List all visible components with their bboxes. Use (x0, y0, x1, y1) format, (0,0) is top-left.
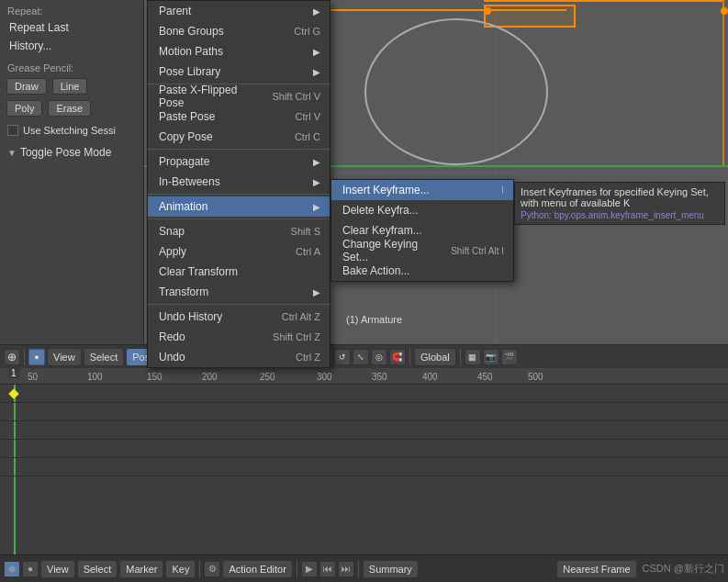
line-btn[interactable]: Line (52, 78, 88, 95)
render-icon[interactable]: 🎬 (501, 349, 518, 365)
pose-library-arrow-icon: ▶ (313, 67, 320, 77)
toggle-pose-mode-row: ▼ Toggle Pose Mode (0, 143, 143, 162)
paste-pose-shortcut: Ctrl V (296, 111, 321, 122)
status-select-btn[interactable]: Select (77, 560, 118, 578)
play-icon[interactable]: ▶ (301, 561, 318, 577)
action-editor-icon[interactable]: ⚙ (204, 561, 220, 577)
nearest-frame-btn[interactable]: Nearest Frame (556, 560, 636, 578)
ruler-tick-450: 450 (477, 372, 493, 382)
global-btn[interactable]: Global (414, 348, 456, 366)
action-editor-btn[interactable]: Action Editor (222, 560, 292, 578)
transform-arrow-icon: ▶ (313, 287, 320, 297)
menu-item-undo[interactable]: Undo Ctrl Z (148, 347, 330, 367)
bake-action-label: Bake Action... (342, 264, 504, 277)
camera-icon[interactable]: 📷 (483, 349, 499, 365)
view-sphere-icon[interactable]: ● (28, 349, 45, 365)
timeline-track-5 (0, 458, 728, 476)
menu-item-transform[interactable]: Transform ▶ (148, 282, 330, 302)
menu-item-paste-pose[interactable]: Paste Pose Ctrl V (148, 106, 330, 127)
status-view-btn[interactable]: View (40, 560, 75, 578)
snap-icon[interactable]: 🧲 (389, 349, 406, 365)
menu-item-pose-library[interactable]: Pose Library ▶ (148, 62, 330, 82)
menu-item-propagate[interactable]: Propagate ▶ (148, 151, 330, 172)
submenu-delete-keyframe[interactable]: Delete Keyfra... (331, 200, 513, 220)
parent-arrow-icon: ▶ (313, 6, 320, 17)
erase-btn[interactable]: Erase (48, 100, 91, 117)
watermark: CSDN @新行之门 (643, 562, 724, 576)
menu-item-bone-groups[interactable]: Bone Groups Ctrl G (148, 21, 330, 41)
undo-label: Undo (159, 351, 277, 364)
menu-item-motion-paths[interactable]: Motion Paths ▶ (148, 41, 330, 62)
timeline-content: 1 (0, 385, 728, 554)
draw-btn[interactable]: Draw (6, 78, 47, 95)
timeline-track-3 (0, 421, 728, 440)
pose-context-menu: Parent ▶ Bone Groups Ctrl G Motion Paths… (147, 0, 330, 368)
armature-label: (1) Armature (346, 314, 402, 325)
play-prev-icon[interactable]: ⏮ (319, 561, 336, 577)
poly-btn[interactable]: Poly (6, 100, 42, 117)
propagate-arrow-icon: ▶ (313, 157, 320, 167)
toolbar-sep-5 (460, 349, 461, 365)
snap-label: Snap (159, 225, 273, 238)
summary-btn[interactable]: Summary (363, 560, 419, 578)
separator-2 (148, 149, 330, 150)
menu-item-undo-history[interactable]: Undo History Ctrl Alt Z (148, 307, 330, 327)
ruler-tick-400: 400 (422, 372, 438, 382)
status-sep-2 (297, 561, 297, 577)
snap-shortcut: Shift S (291, 226, 320, 237)
change-keying-set-label: Change Keying Set... (342, 238, 432, 263)
play-next-icon[interactable]: ⏭ (338, 561, 354, 577)
repeat-last-btn[interactable]: Repeat Last (0, 18, 143, 37)
view-btn[interactable]: View (47, 348, 82, 366)
menu-item-parent[interactable]: Parent ▶ (148, 1, 330, 21)
toolbar-sep-1 (24, 349, 25, 365)
menu-item-apply[interactable]: Apply Ctrl A (148, 241, 330, 262)
menu-item-redo[interactable]: Redo Shift Ctrl Z (148, 327, 330, 347)
toggle-pose-mode-label[interactable]: Toggle Pose Mode (20, 146, 111, 159)
animation-label: Animation (159, 200, 309, 213)
timeline-track-4 (0, 440, 728, 458)
pivot-icon[interactable]: ◎ (371, 349, 387, 365)
submenu-change-keying-set[interactable]: Change Keying Set... Shift Ctrl Alt I (331, 241, 513, 261)
apply-label: Apply (159, 245, 277, 258)
transform-label: Transform (159, 285, 309, 298)
menu-item-parent-label: Parent (159, 5, 309, 17)
status-icon-2[interactable]: ● (22, 561, 39, 577)
submenu-insert-keyframe[interactable]: Insert Keyframe... I (331, 180, 513, 200)
status-bar: ⊕ ● View Select Marker Key ⚙ Action Edit… (0, 554, 728, 582)
menu-item-copy-pose[interactable]: Copy Pose Ctrl C (148, 127, 330, 147)
bone-groups-label: Bone Groups (159, 25, 275, 38)
menu-item-animation[interactable]: Animation ▶ (148, 196, 330, 217)
select-btn[interactable]: Select (84, 348, 125, 366)
use-sketching-row: Use Sketching Sessi (0, 123, 143, 138)
menu-item-clear-transform[interactable]: Clear Transform (148, 262, 330, 282)
toolbar-icon-1[interactable]: ⊕ (4, 349, 20, 365)
menu-item-snap[interactable]: Snap Shift S (148, 221, 330, 241)
animation-submenu: Insert Keyframe... I Delete Keyfra... Cl… (330, 179, 514, 282)
highlight-box (484, 5, 576, 28)
grid-icon[interactable]: ▦ (465, 349, 481, 365)
bone-groups-shortcut: Ctrl G (294, 26, 320, 37)
submenu-bake-action[interactable]: Bake Action... (331, 261, 513, 281)
circle-shape (364, 18, 548, 165)
status-sep-3 (358, 561, 359, 577)
status-key-btn[interactable]: Key (165, 560, 196, 578)
scale-icon[interactable]: ⤡ (353, 349, 369, 365)
history-btn[interactable]: History... (0, 37, 143, 55)
undo-history-shortcut: Ctrl Alt Z (282, 311, 320, 322)
status-marker-btn[interactable]: Marker (119, 560, 163, 578)
grease-pencil-label: Grease Pencil: (0, 61, 143, 75)
use-sketching-checkbox[interactable] (7, 125, 18, 136)
rotate-icon[interactable]: ↺ (334, 349, 351, 365)
top-bone-line (484, 0, 722, 2)
menu-item-paste-xflipped[interactable]: Paste X-Flipped Pose Shift Ctrl V (148, 86, 330, 106)
separator-3 (148, 194, 330, 195)
menu-item-in-betweens[interactable]: In-Betweens ▶ (148, 172, 330, 192)
status-icon-1[interactable]: ⊕ (4, 561, 20, 577)
in-betweens-label: In-Betweens (159, 175, 309, 188)
tooltip-text: Insert Keyframes for specified Keying Se… (521, 186, 719, 208)
right-bone (722, 0, 724, 165)
redo-shortcut: Shift Ctrl Z (273, 331, 320, 342)
insert-keyframe-label: Insert Keyframe... (342, 184, 483, 196)
status-sep (199, 561, 200, 577)
